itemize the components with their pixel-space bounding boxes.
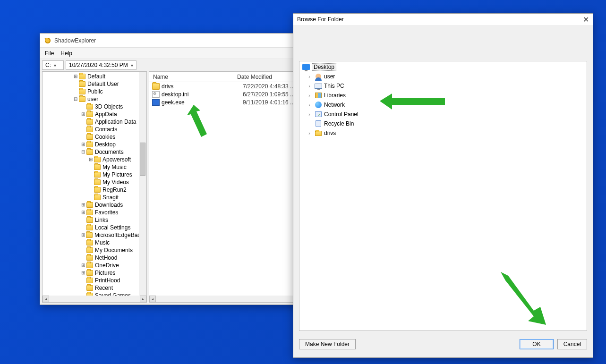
tree-item[interactable]: Links [43, 216, 146, 224]
tree-item-label: Application Data [95, 118, 136, 126]
scrollbar-thumb[interactable] [140, 143, 145, 176]
tree-item[interactable]: Local Settings [43, 224, 146, 231]
folder-picker-label: Libraries [324, 92, 346, 99]
ok-button[interactable]: OK [520, 339, 553, 349]
expand-icon[interactable]: ⊞ [80, 269, 86, 277]
folder-icon [152, 83, 160, 90]
expand-icon[interactable]: ⊞ [80, 209, 86, 216]
chevron-right-icon[interactable]: › [306, 93, 313, 98]
tree-item[interactable]: Recent [43, 284, 146, 292]
tree-item[interactable]: Contacts [43, 126, 146, 133]
folder-picker-item[interactable]: Recycle Bin [300, 119, 586, 128]
expand-icon[interactable]: ⊞ [73, 73, 78, 80]
tree-item[interactable]: RegRun2 [43, 186, 146, 194]
tree-item[interactable]: Snagit [43, 194, 146, 201]
tree-item-label: Music [95, 239, 110, 246]
tree-item[interactable]: ⊞Favorites [43, 209, 146, 216]
folder-tree[interactable]: ⊞DefaultDefault UserPublic⊟user3D Object… [43, 72, 146, 296]
tree-item[interactable]: My Music [43, 163, 146, 171]
chevron-right-icon[interactable]: › [306, 131, 313, 136]
folder-icon [86, 104, 93, 110]
chevron-down-icon: ▾ [131, 63, 133, 68]
tree-item[interactable]: Saved Games [43, 292, 146, 296]
expand-icon[interactable]: ⊞ [80, 110, 86, 118]
folder-picker-item[interactable]: ›This PC [300, 81, 586, 91]
chevron-right-icon[interactable]: › [306, 74, 313, 79]
scrollbar-vertical[interactable] [139, 72, 146, 296]
menu-help[interactable]: Help [60, 50, 72, 57]
menu-file[interactable]: File [45, 50, 54, 57]
collapse-icon[interactable]: ⊟ [80, 148, 86, 156]
tree-item[interactable]: My Videos [43, 178, 146, 186]
close-icon[interactable]: ✕ [583, 15, 589, 24]
tree-item[interactable]: My Documents [43, 246, 146, 254]
folder-picker-item[interactable]: ›Libraries [300, 91, 586, 100]
folder-icon [94, 164, 101, 170]
tree-item[interactable]: NetHood [43, 254, 146, 262]
scrollbar-horizontal[interactable]: ◂ ▸ [43, 296, 146, 302]
scroll-left-icon[interactable]: ◂ [149, 296, 156, 302]
folder-tree-pane: ⊞DefaultDefault UserPublic⊟user3D Object… [42, 71, 147, 303]
make-new-folder-button[interactable]: Make New Folder [299, 339, 356, 349]
pc-icon [315, 82, 322, 90]
chevron-right-icon[interactable]: › [306, 112, 313, 117]
cancel-button[interactable]: Cancel [557, 339, 587, 349]
tree-item-label: PrintHood [95, 277, 120, 284]
app-icon [44, 37, 51, 44]
folder-picker-item[interactable]: ›drivs [300, 128, 586, 138]
collapse-icon[interactable]: ⊟ [73, 95, 78, 103]
application-icon [152, 99, 160, 106]
tree-item[interactable]: Cookies [43, 133, 146, 141]
tree-item[interactable]: Public [43, 88, 146, 95]
window-title: ShadowExplorer [54, 37, 96, 44]
tree-item[interactable]: Music [43, 239, 146, 246]
file-date: 7/22/2020 4:48:33 ... [243, 83, 295, 90]
chevron-right-icon[interactable]: › [306, 84, 313, 89]
folder-picker-item[interactable]: Desktop [300, 62, 586, 72]
chevron-right-icon[interactable]: › [306, 102, 313, 108]
expand-icon[interactable]: ⊞ [80, 231, 85, 239]
dialog-titlebar[interactable]: Browse For Folder ✕ [293, 14, 593, 25]
folder-icon [86, 278, 93, 283]
tree-item-label: Snagit [102, 194, 119, 201]
expand-icon[interactable]: ⊞ [80, 262, 86, 269]
folder-icon [86, 210, 93, 215]
tree-item[interactable]: 3D Objects [43, 103, 146, 110]
folder-icon [86, 225, 93, 230]
tree-item[interactable]: ⊞OneDrive [43, 262, 146, 269]
tree-item-label: RegRun2 [102, 186, 127, 194]
folder-picker-item[interactable]: ›Control Panel [300, 110, 586, 119]
scroll-left-icon[interactable]: ◂ [43, 296, 49, 302]
snapshot-select[interactable]: 10/27/2020 4:32:50 PM ▾ [66, 60, 137, 70]
tree-item[interactable]: ⊞Pictures [43, 269, 146, 277]
tree-item[interactable]: ⊟user [43, 95, 146, 103]
folder-picker-item[interactable]: ›Network [300, 100, 586, 110]
tree-item[interactable]: ⊞Apowersoft [43, 156, 146, 163]
tree-item[interactable]: ⊞Default [43, 73, 146, 80]
tree-item[interactable]: Default User [43, 80, 146, 88]
tree-item[interactable]: ⊞MicrosoftEdgeBacku [43, 231, 146, 239]
tree-item[interactable]: My Pictures [43, 171, 146, 178]
tree-item[interactable]: ⊟Documents [43, 148, 146, 156]
tree-item-label: My Music [102, 163, 127, 171]
dialog-title: Browse For Folder [297, 16, 344, 23]
column-name[interactable]: Name [149, 74, 233, 80]
tree-item[interactable]: PrintHood [43, 277, 146, 284]
folder-picker-item[interactable]: ›user [300, 72, 586, 81]
tree-item[interactable]: ⊞AppData [43, 110, 146, 118]
tree-item[interactable]: Application Data [43, 118, 146, 126]
drive-select[interactable]: C: ▾ [42, 60, 64, 70]
tree-item-label: Desktop [95, 141, 116, 148]
folder-icon [86, 255, 93, 261]
file-name: geek.exe [162, 99, 243, 106]
expand-icon[interactable]: ⊞ [88, 156, 94, 163]
tree-item[interactable]: ⊞Downloads [43, 201, 146, 209]
scroll-right-icon[interactable]: ▸ [140, 296, 146, 302]
tree-item-label: Apowersoft [102, 156, 131, 163]
folder-picker-tree[interactable]: Desktop›user›This PC›Libraries›Network›C… [299, 61, 587, 331]
tree-item[interactable]: ⊞Desktop [43, 141, 146, 148]
tree-item-label: Cookies [95, 133, 115, 141]
expand-icon[interactable]: ⊞ [80, 201, 86, 209]
expand-icon[interactable]: ⊞ [80, 141, 86, 148]
dialog-button-row: Make New Folder OK Cancel [299, 337, 587, 352]
